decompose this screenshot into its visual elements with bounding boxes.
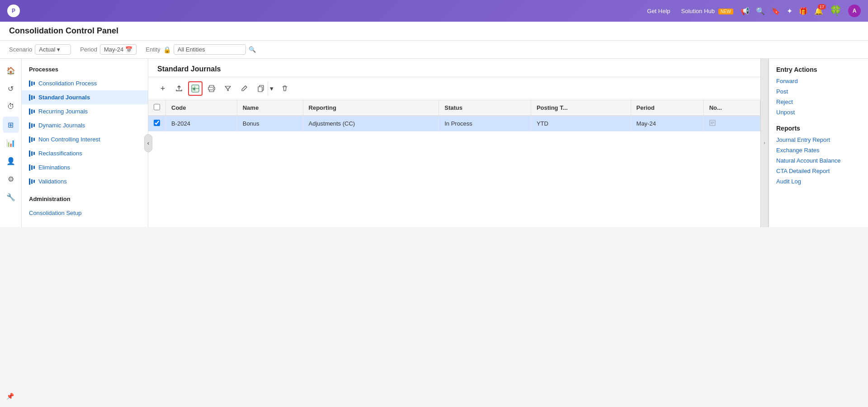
- eliminations-icon: [29, 164, 35, 171]
- left-sidebar: Processes Consolidation Process Standard…: [22, 59, 148, 227]
- col-code[interactable]: Code: [166, 100, 237, 116]
- sidebar-item-recurring-journals[interactable]: Recurring Journals: [22, 104, 148, 118]
- col-status[interactable]: Status: [439, 100, 531, 116]
- avatar[interactable]: A: [848, 5, 861, 17]
- rail-grid-icon[interactable]: ⊞: [3, 117, 19, 133]
- copy-button[interactable]: [254, 81, 268, 96]
- app-logo[interactable]: P: [7, 5, 20, 17]
- copy-icon: [257, 85, 264, 92]
- search-icon[interactable]: 🔍: [756, 7, 765, 15]
- print-button[interactable]: [204, 81, 219, 96]
- row-checkbox[interactable]: [154, 120, 160, 126]
- copy-button-group: ▾: [253, 81, 276, 96]
- rail-gear-icon[interactable]: 🔧: [3, 189, 19, 205]
- pin-icon[interactable]: 📌: [6, 393, 14, 400]
- gift-icon[interactable]: 🎁: [799, 7, 808, 15]
- entity-input[interactable]: All Entities: [174, 44, 246, 55]
- upload-icon: [175, 85, 183, 92]
- calendar-icon: 📅: [125, 46, 132, 53]
- crosshair-icon[interactable]: ✦: [787, 7, 793, 15]
- journals-table: Code Name Reporting Status Posting T... …: [148, 100, 760, 131]
- filter-bar: Scenario Actual ▾ Period May-24 📅 Entity…: [0, 41, 868, 59]
- unpost-link[interactable]: Unpost: [776, 109, 861, 116]
- period-label: Period: [80, 46, 97, 53]
- journal-entry-report-link[interactable]: Journal Entry Report: [776, 136, 861, 143]
- sidebar-item-standard-journals[interactable]: Standard Journals: [22, 90, 148, 104]
- copy-chevron-icon: ▾: [270, 84, 274, 93]
- center-content: Standard Journals + X: [148, 59, 760, 227]
- edit-button[interactable]: [237, 81, 251, 96]
- col-posting-type[interactable]: Posting T...: [531, 100, 631, 116]
- left-rail: 🏠 ↺ ⏱ ⊞ 📊 👤 ⚙ 🔧: [0, 59, 22, 227]
- sidebar-item-eliminations[interactable]: Eliminations: [22, 160, 148, 174]
- col-notes[interactable]: No...: [703, 100, 760, 116]
- filter-icon: [224, 85, 231, 92]
- validations-icon: [29, 178, 35, 185]
- chevron-down-icon: ▾: [57, 46, 60, 53]
- right-collapse-handle[interactable]: ›: [760, 59, 769, 227]
- post-link[interactable]: Post: [776, 88, 861, 95]
- rail-refresh-icon[interactable]: ↺: [3, 80, 19, 97]
- main-content: 🏠 ↺ ⏱ ⊞ 📊 👤 ⚙ 🔧 Processes Consolidation …: [0, 59, 868, 227]
- col-period[interactable]: Period: [631, 100, 703, 116]
- reject-link[interactable]: Reject: [776, 98, 861, 105]
- forward-link[interactable]: Forward: [776, 78, 861, 84]
- row-name: Bonus: [237, 116, 303, 131]
- solution-hub-link[interactable]: Solution Hub NEW: [681, 8, 733, 14]
- consolidation-process-icon: [29, 80, 35, 87]
- rail-person-icon[interactable]: 👤: [3, 153, 19, 169]
- sidebar-collapse-handle[interactable]: ‹: [144, 134, 152, 152]
- rail-chart-icon[interactable]: 📊: [3, 135, 19, 151]
- rail-home-icon[interactable]: 🏠: [3, 62, 19, 79]
- audit-log-link[interactable]: Audit Log: [776, 178, 861, 185]
- megaphone-icon[interactable]: 📢: [741, 7, 750, 15]
- period-input[interactable]: May-24 📅: [100, 44, 137, 55]
- reports-title: Reports: [776, 125, 861, 132]
- row-code: B-2024: [166, 116, 237, 131]
- excel-button[interactable]: X: [188, 81, 203, 96]
- filter-button[interactable]: [221, 81, 235, 96]
- top-nav: P Get Help Solution Hub NEW 📢 🔍 🔖 ✦ 🎁 🔔 …: [0, 0, 868, 22]
- natural-account-balance-link[interactable]: Natural Account Balance: [776, 157, 861, 164]
- entity-search-icon[interactable]: 🔍: [249, 46, 256, 53]
- row-status: In Process: [439, 116, 531, 131]
- processes-title: Processes: [22, 66, 148, 76]
- sidebar-item-consolidation-setup[interactable]: Consolidation Setup: [22, 206, 148, 220]
- cta-detailed-report-link[interactable]: CTA Detailed Report: [776, 168, 861, 174]
- bookmark-icon[interactable]: 🔖: [771, 7, 780, 15]
- row-checkbox-cell: [148, 116, 166, 131]
- reclassifications-icon: [29, 150, 35, 157]
- rail-clock-icon[interactable]: ⏱: [3, 98, 19, 115]
- add-button[interactable]: +: [156, 81, 170, 96]
- edit-icon: [241, 85, 248, 92]
- select-all-checkbox[interactable]: [154, 104, 160, 110]
- row-period: May-24: [631, 116, 703, 131]
- entity-label: Entity: [146, 46, 160, 53]
- bell-icon[interactable]: 🔔 17: [814, 7, 823, 15]
- new-badge: NEW: [718, 9, 733, 14]
- notification-count: 17: [818, 4, 826, 9]
- exchange-rates-link[interactable]: Exchange Rates: [776, 147, 861, 154]
- admin-title: Administration: [22, 188, 148, 206]
- sidebar-item-dynamic-journals[interactable]: Dynamic Journals: [22, 118, 148, 132]
- get-help-link[interactable]: Get Help: [647, 8, 670, 14]
- sidebar-item-consolidation-process[interactable]: Consolidation Process: [22, 76, 148, 90]
- sidebar-item-reclassifications[interactable]: Reclassifications: [22, 146, 148, 160]
- col-reporting[interactable]: Reporting: [303, 100, 439, 116]
- notes-icon: [709, 120, 716, 126]
- upload-button[interactable]: [172, 81, 186, 96]
- rail-settings-group-icon[interactable]: ⚙: [3, 171, 19, 187]
- svg-rect-9: [258, 87, 262, 92]
- scenario-select[interactable]: Actual ▾: [35, 44, 71, 55]
- delete-icon: [281, 85, 288, 92]
- col-name[interactable]: Name: [237, 100, 303, 116]
- select-all-header: [148, 100, 166, 116]
- copy-dropdown-button[interactable]: ▾: [268, 81, 275, 96]
- sidebar-item-validations[interactable]: Validations: [22, 174, 148, 188]
- table-row[interactable]: B-2024 Bonus Adjustments (CC) In Process…: [148, 116, 760, 131]
- delete-button[interactable]: [278, 81, 292, 96]
- scenario-label: Scenario: [9, 46, 32, 53]
- entity-lock-icon: 🔒: [163, 46, 171, 53]
- print-icon: [208, 85, 215, 92]
- sidebar-item-non-controlling-interest[interactable]: Non Controlling Interest: [22, 132, 148, 146]
